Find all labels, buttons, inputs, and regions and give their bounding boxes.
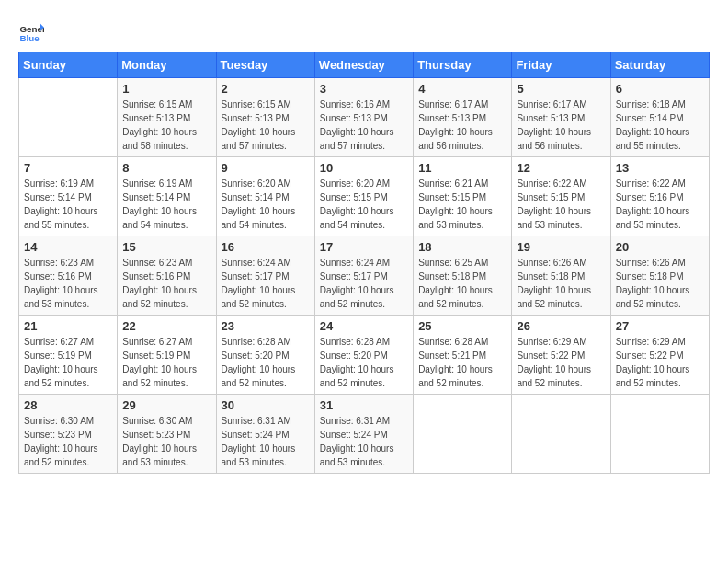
day-info: Sunrise: 6:30 AM Sunset: 5:23 PM Dayligh… [122, 414, 210, 469]
day-cell: 23Sunrise: 6:28 AM Sunset: 5:20 PM Dayli… [216, 316, 314, 395]
day-info: Sunrise: 6:24 AM Sunset: 5:17 PM Dayligh… [320, 256, 408, 311]
day-info: Sunrise: 6:26 AM Sunset: 5:18 PM Dayligh… [517, 256, 605, 311]
day-number: 3 [320, 82, 408, 96]
day-number: 1 [122, 82, 210, 96]
day-cell [414, 395, 512, 474]
day-cell: 18Sunrise: 6:25 AM Sunset: 5:18 PM Dayli… [414, 236, 512, 316]
day-number: 7 [24, 161, 112, 175]
day-info: Sunrise: 6:15 AM Sunset: 5:13 PM Dayligh… [122, 98, 210, 153]
day-cell: 19Sunrise: 6:26 AM Sunset: 5:18 PM Dayli… [512, 236, 610, 316]
day-info: Sunrise: 6:20 AM Sunset: 5:14 PM Dayligh… [222, 177, 310, 232]
day-cell: 6Sunrise: 6:18 AM Sunset: 5:14 PM Daylig… [610, 78, 709, 157]
day-cell: 5Sunrise: 6:17 AM Sunset: 5:13 PM Daylig… [512, 78, 610, 157]
day-cell [610, 395, 709, 474]
day-number: 25 [418, 319, 506, 333]
day-cell: 14Sunrise: 6:23 AM Sunset: 5:16 PM Dayli… [19, 236, 118, 316]
day-info: Sunrise: 6:19 AM Sunset: 5:14 PM Dayligh… [24, 177, 112, 232]
day-number: 20 [616, 240, 704, 254]
day-number: 12 [517, 161, 605, 175]
week-row-1: 1Sunrise: 6:15 AM Sunset: 5:13 PM Daylig… [19, 78, 710, 157]
svg-text:Blue: Blue [19, 33, 40, 43]
day-cell [512, 395, 610, 474]
day-cell: 4Sunrise: 6:17 AM Sunset: 5:13 PM Daylig… [414, 78, 512, 157]
page-header: General Blue [18, 18, 710, 44]
day-cell: 3Sunrise: 6:16 AM Sunset: 5:13 PM Daylig… [314, 78, 413, 157]
day-header-monday: Monday [118, 52, 216, 78]
day-cell: 31Sunrise: 6:31 AM Sunset: 5:24 PM Dayli… [314, 395, 413, 474]
day-cell: 28Sunrise: 6:30 AM Sunset: 5:23 PM Dayli… [19, 395, 118, 474]
day-info: Sunrise: 6:29 AM Sunset: 5:22 PM Dayligh… [517, 335, 605, 390]
day-cell: 8Sunrise: 6:19 AM Sunset: 5:14 PM Daylig… [118, 157, 216, 236]
day-info: Sunrise: 6:27 AM Sunset: 5:19 PM Dayligh… [122, 335, 210, 390]
day-cell: 10Sunrise: 6:20 AM Sunset: 5:15 PM Dayli… [314, 157, 413, 236]
day-info: Sunrise: 6:17 AM Sunset: 5:13 PM Dayligh… [517, 98, 605, 153]
day-cell: 7Sunrise: 6:19 AM Sunset: 5:14 PM Daylig… [19, 157, 118, 236]
day-info: Sunrise: 6:17 AM Sunset: 5:13 PM Dayligh… [418, 98, 506, 153]
day-number: 26 [517, 319, 605, 333]
day-number: 30 [222, 398, 310, 412]
day-number: 13 [616, 161, 704, 175]
day-header-thursday: Thursday [414, 52, 512, 78]
day-cell: 12Sunrise: 6:22 AM Sunset: 5:15 PM Dayli… [512, 157, 610, 236]
day-number: 4 [418, 82, 506, 96]
week-row-5: 28Sunrise: 6:30 AM Sunset: 5:23 PM Dayli… [19, 395, 710, 474]
day-header-sunday: Sunday [19, 52, 118, 78]
day-cell: 29Sunrise: 6:30 AM Sunset: 5:23 PM Dayli… [118, 395, 216, 474]
day-info: Sunrise: 6:21 AM Sunset: 5:15 PM Dayligh… [418, 177, 506, 232]
day-info: Sunrise: 6:22 AM Sunset: 5:15 PM Dayligh… [517, 177, 605, 232]
day-info: Sunrise: 6:27 AM Sunset: 5:19 PM Dayligh… [24, 335, 112, 390]
day-cell: 11Sunrise: 6:21 AM Sunset: 5:15 PM Dayli… [414, 157, 512, 236]
day-number: 14 [24, 240, 112, 254]
day-header-friday: Friday [512, 52, 610, 78]
day-info: Sunrise: 6:26 AM Sunset: 5:18 PM Dayligh… [616, 256, 704, 311]
day-info: Sunrise: 6:29 AM Sunset: 5:22 PM Dayligh… [616, 335, 704, 390]
day-info: Sunrise: 6:31 AM Sunset: 5:24 PM Dayligh… [320, 414, 408, 469]
day-info: Sunrise: 6:25 AM Sunset: 5:18 PM Dayligh… [418, 256, 506, 311]
day-info: Sunrise: 6:30 AM Sunset: 5:23 PM Dayligh… [24, 414, 112, 469]
day-number: 16 [222, 240, 310, 254]
logo: General Blue [18, 18, 44, 44]
day-cell: 21Sunrise: 6:27 AM Sunset: 5:19 PM Dayli… [19, 316, 118, 395]
day-info: Sunrise: 6:18 AM Sunset: 5:14 PM Dayligh… [616, 98, 704, 153]
day-cell [19, 78, 118, 157]
day-number: 29 [122, 398, 210, 412]
day-info: Sunrise: 6:15 AM Sunset: 5:13 PM Dayligh… [222, 98, 310, 153]
day-number: 2 [222, 82, 310, 96]
day-header-tuesday: Tuesday [216, 52, 314, 78]
day-number: 15 [122, 240, 210, 254]
day-number: 22 [122, 319, 210, 333]
day-cell: 20Sunrise: 6:26 AM Sunset: 5:18 PM Dayli… [610, 236, 709, 316]
day-cell: 15Sunrise: 6:23 AM Sunset: 5:16 PM Dayli… [118, 236, 216, 316]
day-cell: 17Sunrise: 6:24 AM Sunset: 5:17 PM Dayli… [314, 236, 413, 316]
day-number: 23 [222, 319, 310, 333]
day-cell: 30Sunrise: 6:31 AM Sunset: 5:24 PM Dayli… [216, 395, 314, 474]
day-cell: 16Sunrise: 6:24 AM Sunset: 5:17 PM Dayli… [216, 236, 314, 316]
day-number: 5 [517, 82, 605, 96]
day-info: Sunrise: 6:23 AM Sunset: 5:16 PM Dayligh… [24, 256, 112, 311]
day-cell: 26Sunrise: 6:29 AM Sunset: 5:22 PM Dayli… [512, 316, 610, 395]
day-cell: 13Sunrise: 6:22 AM Sunset: 5:16 PM Dayli… [610, 157, 709, 236]
day-number: 31 [320, 398, 408, 412]
day-cell: 22Sunrise: 6:27 AM Sunset: 5:19 PM Dayli… [118, 316, 216, 395]
day-number: 19 [517, 240, 605, 254]
day-info: Sunrise: 6:28 AM Sunset: 5:21 PM Dayligh… [418, 335, 506, 390]
day-cell: 2Sunrise: 6:15 AM Sunset: 5:13 PM Daylig… [216, 78, 314, 157]
day-cell: 1Sunrise: 6:15 AM Sunset: 5:13 PM Daylig… [118, 78, 216, 157]
day-info: Sunrise: 6:31 AM Sunset: 5:24 PM Dayligh… [222, 414, 310, 469]
day-number: 18 [418, 240, 506, 254]
day-number: 27 [616, 319, 704, 333]
day-info: Sunrise: 6:19 AM Sunset: 5:14 PM Dayligh… [122, 177, 210, 232]
week-row-3: 14Sunrise: 6:23 AM Sunset: 5:16 PM Dayli… [19, 236, 710, 316]
logo-icon: General Blue [18, 18, 44, 44]
day-cell: 24Sunrise: 6:28 AM Sunset: 5:20 PM Dayli… [314, 316, 413, 395]
day-info: Sunrise: 6:20 AM Sunset: 5:15 PM Dayligh… [320, 177, 408, 232]
day-info: Sunrise: 6:28 AM Sunset: 5:20 PM Dayligh… [222, 335, 310, 390]
day-number: 17 [320, 240, 408, 254]
day-header-saturday: Saturday [610, 52, 709, 78]
day-number: 21 [24, 319, 112, 333]
day-number: 11 [418, 161, 506, 175]
week-row-4: 21Sunrise: 6:27 AM Sunset: 5:19 PM Dayli… [19, 316, 710, 395]
day-number: 6 [616, 82, 704, 96]
day-number: 24 [320, 319, 408, 333]
day-cell: 27Sunrise: 6:29 AM Sunset: 5:22 PM Dayli… [610, 316, 709, 395]
